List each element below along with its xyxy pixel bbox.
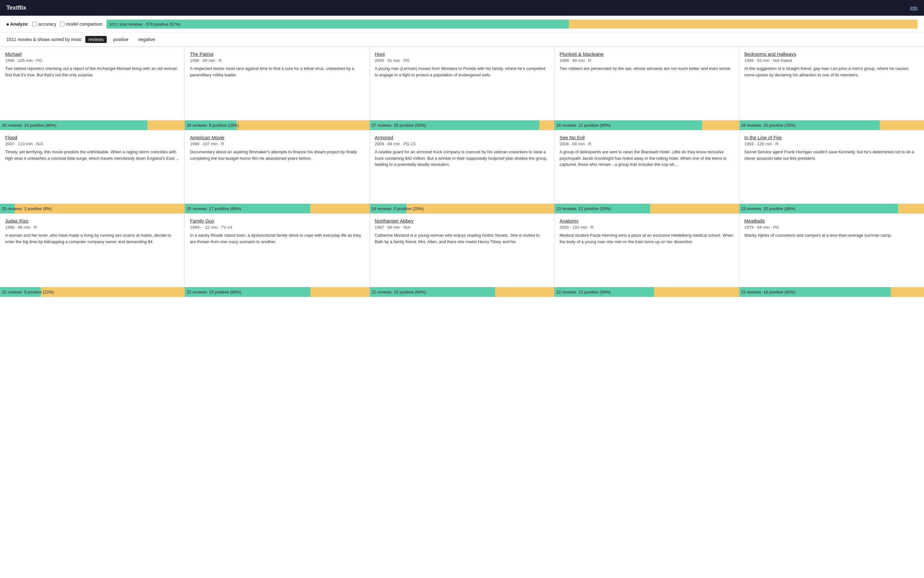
movie-card: Flood 2007 · 110 min · N/A Timely, yet t… bbox=[0, 130, 185, 214]
movie-content: Family Guy 1999– · 22 min · TV-14 In a w… bbox=[185, 214, 369, 287]
movie-content: American Movie 1999 · 107 min · R Docume… bbox=[185, 130, 369, 204]
movie-desc: Two robbers are persecuted by the law, w… bbox=[559, 65, 734, 72]
review-bar-negative bbox=[148, 120, 184, 130]
review-bar-label: 30 reviews· 24 positive (80%) bbox=[2, 123, 57, 128]
movie-card: Bedrooms and Hallways 1998 · 92 min · No… bbox=[739, 47, 924, 130]
movie-content: Plunkett & Macleane 1999 · 99 min · R Tw… bbox=[554, 47, 739, 120]
movie-content: Flood 2007 · 110 min · N/A Timely, yet t… bbox=[0, 130, 184, 204]
analyze-bar: ■ Analyze: accuracy model comparison 101… bbox=[0, 16, 924, 33]
review-bar-label: 28 reviews· 8 positive (28%) bbox=[186, 123, 239, 128]
movie-title[interactable]: Hoot bbox=[375, 51, 549, 57]
review-bar: 24 reviews· 5 positive (20%) bbox=[370, 204, 554, 213]
movie-title[interactable]: Bedrooms and Hallways bbox=[744, 51, 919, 57]
review-bar: 28 reviews· 8 positive (28%) bbox=[185, 120, 369, 130]
movie-card: Michael 1996 · 105 min · PG Two tabloid … bbox=[0, 47, 185, 130]
movie-content: In the Line of Fire 1993 · 128 min · R S… bbox=[739, 130, 924, 204]
movie-meta: 2007 · 110 min · N/A bbox=[5, 141, 179, 146]
movie-title[interactable]: The Patriot bbox=[190, 51, 364, 57]
review-bar: 22 reviews· 15 positive (68%) bbox=[185, 287, 369, 297]
review-bar: 25 reviews· 2 positive (8%) bbox=[0, 204, 184, 213]
review-bar-negative bbox=[880, 120, 924, 130]
movie-title[interactable]: Family Guy bbox=[190, 218, 364, 224]
review-bar-negative bbox=[495, 287, 554, 297]
movie-desc: Two tabloid reporters checking out a rep… bbox=[5, 65, 179, 78]
review-bar: 30 reviews· 24 positive (80%) bbox=[0, 120, 184, 130]
accuracy-checkbox[interactable]: accuracy bbox=[32, 21, 56, 27]
review-bar: 23 reviews· 12 positive (52%) bbox=[554, 204, 739, 213]
model-comparison-checkbox-input[interactable] bbox=[60, 22, 65, 26]
analyze-label: ■ Analyze: bbox=[6, 21, 29, 27]
movie-desc: A young man (Lerman) moves from Montana … bbox=[375, 65, 549, 78]
positive-bar: 1011 total reviews · 578 positive (57%) bbox=[107, 19, 569, 29]
review-bar: 25 reviews· 17 positive (68%) bbox=[185, 204, 369, 213]
review-bar-negative bbox=[891, 287, 924, 297]
movie-card: Plunkett & Macleane 1999 · 99 min · R Tw… bbox=[554, 47, 739, 130]
movie-title[interactable]: Plunkett & Macleane bbox=[559, 51, 734, 57]
movie-desc: A group of delinquents are sent to clean… bbox=[559, 149, 734, 168]
movies-grid: Michael 1996 · 105 min · PG Two tabloid … bbox=[0, 47, 924, 297]
movie-content: Meatballs 1979 · 94 min · PG Wacky hijin… bbox=[739, 214, 924, 287]
movie-title[interactable]: Anatomy bbox=[559, 218, 734, 224]
movie-meta: 2009 · 88 min · PG-13 bbox=[375, 141, 549, 146]
review-bar-label: 24 reviews· 5 positive (20%) bbox=[371, 206, 424, 211]
review-bar-label: 22 reviews· 5 positive (22%) bbox=[2, 290, 54, 294]
movie-desc: A respected doctor must race against tim… bbox=[190, 65, 364, 78]
app-header: Textflix Info bbox=[0, 0, 924, 16]
model-comparison-checkbox[interactable]: model comparison bbox=[60, 21, 102, 27]
sort-negative-btn[interactable]: negative bbox=[135, 36, 158, 43]
movie-card: The Patriot 1998 · 90 min · R A respecte… bbox=[185, 47, 370, 130]
review-bar: 22 reviews· 15 positive (68%) bbox=[370, 287, 554, 297]
movie-content: The Patriot 1998 · 90 min · R A respecte… bbox=[185, 47, 369, 120]
movie-content: Michael 1996 · 105 min · PG Two tabloid … bbox=[0, 47, 184, 120]
movie-desc: Timely, yet terrifying, this movie predi… bbox=[5, 149, 179, 161]
review-bar: 27 reviews· 25 positive (92%) bbox=[370, 120, 554, 130]
movie-content: Armored 2009 · 88 min · PG-13 A newbie g… bbox=[370, 130, 554, 204]
movie-card: Hoot 2006 · 91 min · PG A young man (Ler… bbox=[370, 47, 554, 130]
movie-title[interactable]: See No Evil bbox=[559, 135, 734, 140]
review-bar: 26 reviews· 20 positive (76%) bbox=[739, 120, 924, 130]
movie-title[interactable]: Armored bbox=[375, 135, 549, 140]
info-link[interactable]: Info bbox=[910, 5, 918, 11]
sort-reviews-btn[interactable]: reviews bbox=[85, 36, 107, 43]
movie-card: Northanger Abbey 1987 · 88 min · N/A Cat… bbox=[370, 214, 554, 297]
movie-desc: Medical student Paula Henning wins a pla… bbox=[559, 232, 734, 245]
review-bar: 22 reviews· 18 positive (82%) bbox=[739, 287, 924, 297]
stats-progress-bar: 1011 total reviews · 578 positive (57%) bbox=[107, 19, 918, 29]
movie-meta: 2006 · 91 min · PG bbox=[375, 58, 549, 63]
movie-content: Judas Kiss 1998 · 98 min · R A woman and… bbox=[0, 214, 184, 287]
sort-positive-btn[interactable]: positive bbox=[110, 36, 131, 43]
app-title: Textflix bbox=[6, 5, 26, 11]
movie-desc: Wacky hijinks of counselors and campers … bbox=[744, 232, 919, 239]
movie-card: See No Evil 2006 · 84 min · R A group of… bbox=[554, 130, 739, 214]
review-bar-label: 26 reviews· 21 positive (80%) bbox=[556, 123, 611, 128]
movie-desc: Catherine Morland is a young woman who e… bbox=[375, 232, 549, 245]
review-bar-label: 22 reviews· 18 positive (82%) bbox=[741, 290, 796, 294]
movie-meta: 1999 · 99 min · R bbox=[559, 58, 734, 63]
review-bar-negative bbox=[650, 204, 739, 213]
review-bar-label: 23 reviews· 12 positive (52%) bbox=[556, 206, 611, 211]
movie-desc: Secret Service agent Frank Horrigan coul… bbox=[744, 149, 919, 161]
movie-meta: 2006 · 84 min · R bbox=[559, 141, 734, 146]
movie-title[interactable]: In the Line of Fire bbox=[744, 135, 919, 140]
movie-meta: 1998 · 98 min · R bbox=[5, 225, 179, 230]
accuracy-checkbox-input[interactable] bbox=[32, 22, 37, 26]
review-bar-negative bbox=[310, 204, 370, 213]
movie-title[interactable]: Meatballs bbox=[744, 218, 919, 224]
review-bar: 23 reviews· 20 positive (86%) bbox=[739, 204, 924, 213]
movie-meta: 1998 · 92 min · Not Rated bbox=[744, 58, 919, 63]
movie-meta: 1987 · 88 min · N/A bbox=[375, 225, 549, 230]
movie-meta: 2000 · 103 min · R bbox=[559, 225, 734, 230]
movie-card: Family Guy 1999– · 22 min · TV-14 In a w… bbox=[185, 214, 370, 297]
movie-content: Anatomy 2000 · 103 min · R Medical stude… bbox=[554, 214, 739, 287]
movie-title[interactable]: Michael bbox=[5, 51, 179, 57]
movie-title[interactable]: Northanger Abbey bbox=[375, 218, 549, 224]
movie-title[interactable]: American Movie bbox=[190, 135, 364, 140]
movie-meta: 1996 · 105 min · PG bbox=[5, 58, 179, 63]
movie-card: Meatballs 1979 · 94 min · PG Wacky hijin… bbox=[739, 214, 924, 297]
review-bar-label: 23 reviews· 20 positive (86%) bbox=[741, 206, 796, 211]
movie-content: Northanger Abbey 1987 · 88 min · N/A Cat… bbox=[370, 214, 554, 287]
movie-content: Hoot 2006 · 91 min · PG A young man (Ler… bbox=[370, 47, 554, 120]
movie-desc: At the suggestion of a straight friend, … bbox=[744, 65, 919, 78]
movie-title[interactable]: Flood bbox=[5, 135, 179, 140]
movie-title[interactable]: Judas Kiss bbox=[5, 218, 179, 224]
